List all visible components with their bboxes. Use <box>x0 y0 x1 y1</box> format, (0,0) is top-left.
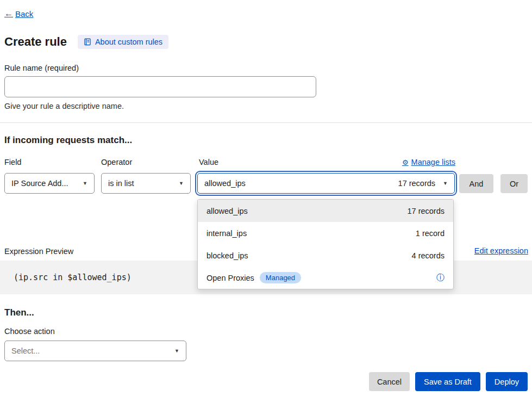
footer-actions: Cancel Save as Draft Deploy <box>0 372 528 391</box>
back-link-label: Back <box>15 9 33 18</box>
field-column-label: Field <box>4 158 21 166</box>
list-option-blocked-ips[interactable]: blocked_ips 4 records <box>198 244 453 267</box>
value-select-value: allowed_ips <box>204 179 394 188</box>
gear-icon: ⚙ <box>402 158 409 166</box>
or-button[interactable]: Or <box>500 174 528 193</box>
title-row: Create rule About custom rules <box>4 35 168 49</box>
chevron-down-icon: ▼ <box>83 181 87 186</box>
operator-select-value: is in list <box>108 179 174 188</box>
about-custom-rules-link[interactable]: About custom rules <box>78 35 168 49</box>
deploy-button[interactable]: Deploy <box>486 372 528 391</box>
value-dropdown-menu: allowed_ips 17 records internal_ips 1 re… <box>197 199 454 289</box>
field-select-value: IP Source Add... <box>11 179 78 188</box>
field-select[interactable]: IP Source Add... ▼ <box>4 173 95 194</box>
list-option-internal-ips[interactable]: internal_ips 1 record <box>198 222 453 244</box>
value-select-records: 17 records <box>398 179 436 188</box>
value-select[interactable]: allowed_ips 17 records ▼ <box>197 173 455 194</box>
choose-action-label: Choose action <box>4 327 55 336</box>
then-section-heading: Then... <box>4 307 34 318</box>
list-option-allowed-ips[interactable]: allowed_ips 17 records <box>198 200 453 222</box>
edit-expression-link[interactable]: Edit expression <box>474 246 528 255</box>
save-as-draft-button[interactable]: Save as Draft <box>415 372 480 391</box>
manage-lists-label: Manage lists <box>411 158 455 166</box>
info-icon[interactable]: ⓘ <box>436 273 445 283</box>
back-link[interactable]: ← Back <box>4 9 33 18</box>
match-section-heading: If incoming requests match... <box>4 135 132 146</box>
expression-preview-label: Expression Preview <box>4 247 73 256</box>
rule-name-input[interactable] <box>4 76 316 97</box>
chevron-down-icon: ▼ <box>179 181 184 186</box>
managed-badge: Managed <box>260 272 301 283</box>
list-option-open-proxies[interactable]: Open Proxies Managed ⓘ <box>198 267 453 289</box>
back-arrow-icon: ← <box>4 9 13 18</box>
about-custom-rules-label: About custom rules <box>95 38 162 46</box>
list-option-name: Open Proxies <box>206 274 254 282</box>
cancel-button[interactable]: Cancel <box>369 372 410 391</box>
chevron-down-icon: ▼ <box>443 181 448 186</box>
list-option-records: 4 records <box>412 251 445 260</box>
action-select-placeholder: Select... <box>11 347 170 355</box>
list-option-records: 1 record <box>416 229 445 238</box>
list-option-records: 17 records <box>407 207 445 215</box>
and-button[interactable]: And <box>459 174 493 193</box>
list-option-name: allowed_ips <box>206 207 248 215</box>
rule-name-helper-text: Give your rule a descriptive name. <box>4 102 124 110</box>
operator-column-label: Operator <box>101 158 132 166</box>
expression-code: (ip.src in $allowed_ips) <box>14 261 132 294</box>
section-divider <box>0 122 532 123</box>
page-title: Create rule <box>4 35 67 49</box>
list-option-name: internal_ips <box>206 229 247 238</box>
book-icon <box>84 38 91 46</box>
value-column-label: Value <box>199 158 218 166</box>
chevron-down-icon: ▼ <box>174 348 179 354</box>
manage-lists-link[interactable]: ⚙ Manage lists <box>402 158 455 166</box>
rule-name-label: Rule name (required) <box>4 64 79 72</box>
operator-select[interactable]: is in list ▼ <box>101 173 191 194</box>
action-select[interactable]: Select... ▼ <box>4 341 186 361</box>
list-option-name: blocked_ips <box>206 251 248 260</box>
